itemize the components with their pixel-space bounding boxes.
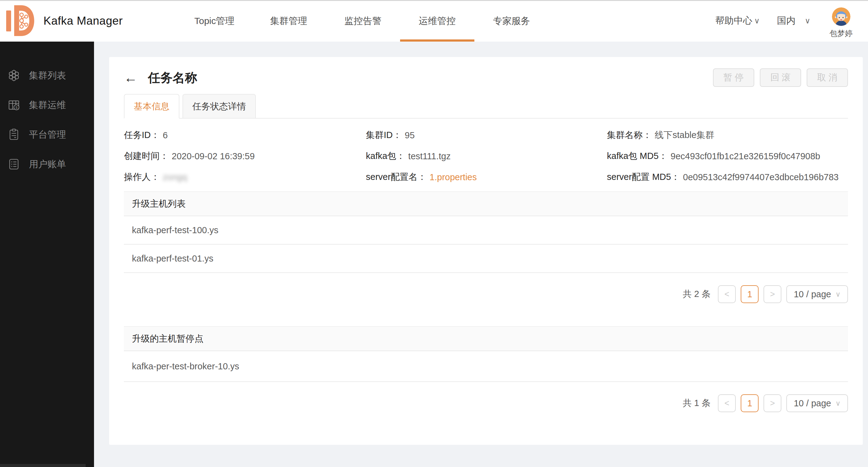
next-page-button[interactable]: >: [764, 394, 781, 412]
sidebar-item-label: 平台管理: [29, 129, 66, 141]
sidebar-menu: 集群列表 $ 集群运维 平台管理: [0, 42, 94, 179]
detail-tabs: 基本信息 任务状态详情: [124, 94, 848, 119]
user-billing-icon: [7, 158, 20, 171]
avatar[interactable]: [832, 7, 850, 26]
info-operator: 操作人： zongq: [124, 167, 366, 188]
total-count: 共 1 条: [683, 397, 711, 409]
topbar-right: 帮助中心 ∨ 国内 ∨: [715, 0, 868, 42]
sidebar: 集群列表 $ 集群运维 平台管理: [0, 42, 94, 467]
chevron-down-icon: ∨: [835, 290, 841, 299]
sidebar-item-user-billing[interactable]: 用户账单: [0, 149, 94, 179]
prev-page-button[interactable]: <: [718, 394, 736, 412]
svg-text:$: $: [16, 106, 18, 109]
page-title: 任务名称: [148, 69, 197, 86]
upgrade-host-table: 升级主机列表 kafka-perf-test-100.ys kafka-perf…: [124, 191, 848, 273]
user-menu[interactable]: 包梦婷: [830, 0, 852, 38]
task-info-grid: 任务ID： 6 集群ID： 95 集群名称： 线下stable集群 创建时间： …: [124, 119, 848, 188]
platform-mgmt-icon: [7, 128, 20, 141]
upgrade-host-table-header: 升级主机列表: [124, 191, 848, 216]
nav-ops-control[interactable]: 运维管控: [400, 0, 474, 42]
page-number-1[interactable]: 1: [741, 394, 758, 412]
sidebar-item-cluster-ops[interactable]: $ 集群运维: [0, 90, 94, 120]
info-task-id: 任务ID： 6: [124, 125, 366, 146]
region-dropdown[interactable]: 国内 ∨: [777, 0, 810, 42]
sidebar-collapse-trigger[interactable]: [0, 464, 86, 467]
page-header: ← 任务名称 暂 停 回 滚 取 消: [124, 57, 848, 87]
info-create-time: 创建时间： 2020-09-02 16:39:59: [124, 146, 366, 167]
cancel-button[interactable]: 取 消: [807, 68, 848, 87]
help-center-label: 帮助中心: [715, 14, 752, 27]
tab-task-status-detail[interactable]: 任务状态详情: [183, 94, 256, 118]
cluster-list-icon: [7, 69, 20, 82]
pause-point-table-header: 升级的主机暂停点: [124, 326, 848, 351]
window-top-edge: [0, 0, 868, 1]
tab-basic-info[interactable]: 基本信息: [124, 94, 179, 119]
nav-monitor-alert[interactable]: 监控告警: [326, 0, 400, 42]
region-label: 国内: [777, 14, 796, 27]
sidebar-item-label: 集群列表: [29, 69, 66, 82]
rollback-button[interactable]: 回 滚: [760, 68, 801, 87]
nav-cluster-management[interactable]: 集群管理: [251, 0, 326, 42]
chevron-down-icon: ∨: [835, 399, 841, 407]
table-row: kafka-perf-test-01.ys: [124, 244, 848, 273]
app-title: Kafka Manager: [43, 14, 123, 27]
pause-point-pagination: 共 1 条 < 1 > 10 / page ∨: [124, 394, 848, 412]
user-name: 包梦婷: [830, 28, 852, 38]
info-kafka-package-md5: kafka包 MD5： 9ec493cf01fb1c21e326159f0c47…: [607, 146, 848, 167]
next-page-button[interactable]: >: [764, 285, 781, 303]
upgrade-host-pagination: 共 2 条 < 1 > 10 / page ∨: [124, 285, 848, 303]
sidebar-item-label: 集群运维: [29, 99, 66, 111]
chevron-down-icon: ∨: [805, 16, 810, 25]
redacted-text: rf-test-1: [166, 225, 197, 235]
table-row: kafka-perf-test-100.ys: [124, 216, 848, 244]
info-server-config-name: server配置名： 1.properties: [366, 167, 607, 188]
pause-point-table: 升级的主机暂停点 kafka-per-test-broker-10.ys: [124, 326, 848, 382]
brand: Kafka Manager: [5, 4, 123, 38]
task-actions: 暂 停 回 滚 取 消: [713, 68, 848, 87]
back-arrow-icon[interactable]: ←: [124, 71, 137, 85]
nav-topic-management[interactable]: Topic管理: [177, 0, 251, 42]
table-row: kafka-per-test-broker-10.ys: [124, 351, 848, 382]
sidebar-item-platform-mgmt[interactable]: 平台管理: [0, 120, 94, 149]
redacted-text: t-broker-1: [184, 361, 223, 371]
cluster-ops-icon: $: [7, 99, 20, 111]
page-size-select[interactable]: 10 / page ∨: [786, 394, 848, 412]
total-count: 共 2 条: [683, 288, 711, 300]
page-size-select[interactable]: 10 / page ∨: [786, 285, 848, 303]
primary-nav: Topic管理 集群管理 监控告警 运维管控 专家服务: [177, 0, 549, 42]
prev-page-button[interactable]: <: [718, 285, 736, 303]
task-detail-card: ← 任务名称 暂 停 回 滚 取 消 基本信息 任务状态详情 任务ID： 6 集…: [109, 57, 863, 445]
redacted-text: rf-test-0: [166, 254, 197, 264]
page-number-1[interactable]: 1: [741, 285, 758, 303]
server-config-link[interactable]: 1.properties: [430, 172, 477, 182]
nav-expert-service[interactable]: 专家服务: [474, 0, 549, 42]
sidebar-item-cluster-list[interactable]: 集群列表: [0, 61, 94, 90]
pause-button[interactable]: 暂 停: [713, 68, 754, 87]
info-cluster-name: 集群名称： 线下stable集群: [607, 125, 848, 146]
chevron-down-icon: ∨: [754, 16, 760, 25]
info-kafka-package: kafka包： test111.tgz: [366, 146, 607, 167]
kafka-manager-logo-icon: [5, 4, 35, 38]
sidebar-item-label: 用户账单: [29, 158, 66, 171]
top-navbar: Kafka Manager Topic管理 集群管理 监控告警 运维管控 专家服…: [0, 0, 868, 42]
info-server-config-md5: server配置 MD5： 0e09513c42f9974407e3dbceb1…: [607, 167, 848, 188]
info-cluster-id: 集群ID： 95: [366, 125, 607, 146]
help-center-dropdown[interactable]: 帮助中心 ∨: [715, 0, 760, 42]
